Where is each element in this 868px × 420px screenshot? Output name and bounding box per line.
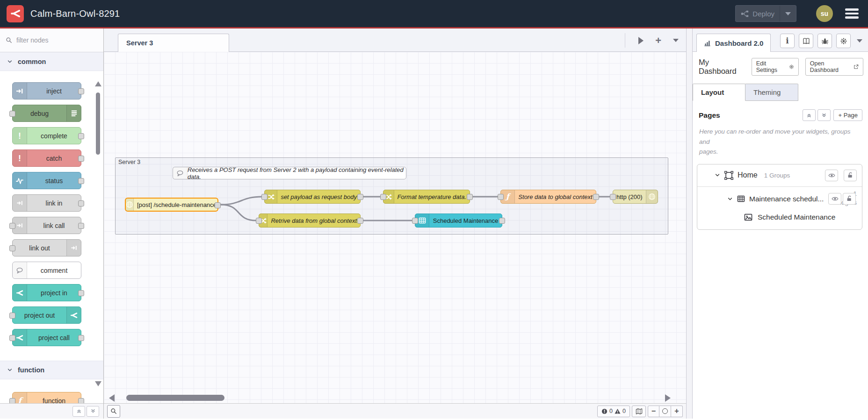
move-down-button[interactable]	[817, 109, 831, 121]
input-port[interactable]	[9, 111, 15, 117]
palette-collapse-all-button[interactable]	[72, 406, 85, 417]
chevron-down-icon[interactable]	[727, 196, 733, 202]
output-port[interactable]	[357, 194, 363, 200]
palette-node-function[interactable]: ƒ function	[12, 392, 81, 403]
sidebar-options-button[interactable]	[857, 39, 862, 43]
input-port[interactable]	[498, 194, 504, 200]
visibility-button[interactable]	[828, 193, 841, 205]
palette-scrollbar-thumb[interactable]	[96, 93, 100, 155]
palette-node-catch[interactable]: ! catch	[12, 149, 81, 167]
input-port[interactable]	[9, 398, 15, 403]
main-menu-button[interactable]	[845, 8, 859, 19]
zoom-reset-button[interactable]	[659, 406, 671, 417]
function-node-store-data[interactable]: ƒ Store data to global context	[500, 190, 596, 204]
palette-scrollbar[interactable]	[95, 81, 101, 386]
input-port[interactable]	[9, 335, 15, 341]
palette-node-inject[interactable]: inject	[12, 82, 81, 100]
input-port[interactable]	[412, 218, 418, 224]
http-in-node[interactable]: [post] /schedule-maintenance	[125, 198, 218, 212]
output-port[interactable]	[78, 398, 84, 403]
avatar[interactable]: su	[816, 5, 833, 22]
change-node-set-payload[interactable]: set payload as request body	[264, 190, 361, 204]
tree-row-page-home[interactable]: Home 1 Groups	[697, 164, 862, 187]
help-button[interactable]	[799, 34, 813, 48]
hscroll-thumb[interactable]	[126, 395, 224, 401]
palette-node-link-in[interactable]: link in	[12, 194, 81, 212]
visibility-button[interactable]	[825, 170, 838, 181]
lock-button[interactable]	[843, 193, 856, 205]
play-icon[interactable]	[638, 37, 644, 44]
flow-tab-server-3[interactable]: Server 3	[118, 34, 229, 52]
canvas-search-button[interactable]	[107, 405, 120, 418]
output-port[interactable]	[499, 218, 505, 224]
change-node-format-temperature[interactable]: Format temperature data.	[383, 190, 470, 204]
comment-node[interactable]: Receives a POST request from Server 2 wi…	[173, 167, 406, 179]
output-port[interactable]	[215, 202, 221, 208]
input-port[interactable]	[9, 245, 15, 251]
palette-node-link-call[interactable]: link call	[12, 217, 81, 234]
deploy-options-button[interactable]	[780, 6, 796, 21]
widget-label: Scheduled Maintenance	[758, 213, 835, 221]
notifications-badge[interactable]: 0 0	[597, 406, 630, 417]
palette-expand-all-button[interactable]	[87, 406, 99, 417]
output-port[interactable]	[357, 218, 363, 224]
hscroll-left-arrow-icon[interactable]	[109, 394, 115, 402]
zoom-in-button[interactable]: +	[671, 406, 683, 417]
tab-dashboard-2[interactable]: Dashboard 2.0	[696, 34, 771, 52]
palette-node-status[interactable]: status	[12, 172, 81, 189]
output-port[interactable]	[78, 178, 84, 184]
navigator-button[interactable]	[632, 406, 646, 417]
add-flow-button[interactable]: +	[655, 36, 661, 46]
palette-node-complete[interactable]: ! complete	[12, 127, 81, 144]
sidebar-toolbar: i	[780, 34, 862, 48]
input-port[interactable]	[610, 194, 616, 200]
deploy-button[interactable]: Deploy	[735, 5, 796, 22]
filter-nodes-input[interactable]	[15, 36, 83, 44]
output-port[interactable]	[78, 156, 84, 162]
output-port[interactable]	[78, 290, 84, 296]
palette-category-function[interactable]: function	[0, 361, 103, 379]
input-port[interactable]	[9, 313, 15, 319]
output-port[interactable]	[78, 335, 84, 341]
workspace-canvas[interactable]: Server 3 Receives a POST request from Se…	[104, 52, 686, 419]
edit-settings-button[interactable]: Edit Settings	[752, 58, 799, 76]
debug-button[interactable]	[817, 34, 832, 48]
chevron-down-icon[interactable]	[715, 172, 720, 178]
output-port[interactable]	[78, 88, 84, 94]
tab-layout[interactable]: Layout	[693, 84, 745, 101]
dashboard-table-node[interactable]: Scheduled Maintenance	[415, 214, 502, 228]
config-button[interactable]	[836, 34, 851, 48]
tree-row-group-maintenance[interactable]: Maintenance schedul... 1 Widgets	[697, 187, 862, 205]
hscroll-right-arrow-icon[interactable]	[665, 394, 671, 402]
palette-node-comment[interactable]: comment	[12, 262, 81, 279]
flow-list-button[interactable]	[673, 39, 679, 42]
palette-node-project-in[interactable]: project in	[12, 284, 81, 301]
palette-node-link-out[interactable]: link out	[12, 239, 81, 256]
input-port[interactable]	[380, 194, 386, 200]
change-node-retrieve-data[interactable]: Retrive data from global context	[259, 214, 361, 228]
output-port[interactable]	[78, 200, 84, 206]
palette-category-common[interactable]: common	[0, 52, 103, 71]
tab-theming[interactable]: Theming	[745, 84, 798, 101]
palette-node-project-out[interactable]: project out	[12, 306, 81, 324]
input-port[interactable]	[9, 223, 15, 229]
input-port[interactable]	[261, 194, 268, 200]
sidebar-splitter[interactable]	[686, 28, 693, 419]
output-port[interactable]	[467, 194, 473, 200]
output-port[interactable]	[593, 194, 599, 200]
input-port[interactable]	[256, 218, 262, 224]
move-up-button[interactable]	[803, 109, 816, 121]
http-response-node[interactable]: http (200)	[613, 190, 658, 204]
add-page-button[interactable]: + Page	[833, 109, 862, 121]
open-dashboard-button[interactable]: Open Dashboard	[805, 58, 863, 76]
output-port[interactable]	[78, 133, 84, 139]
output-port[interactable]	[78, 223, 84, 229]
info-button[interactable]: i	[780, 34, 795, 48]
palette-node-debug[interactable]: debug	[12, 105, 81, 122]
scroll-up-arrow-icon[interactable]	[95, 81, 101, 86]
scroll-down-arrow-icon[interactable]	[95, 381, 101, 386]
tree-row-widget-scheduled-maintenance[interactable]: Scheduled Maintenance	[697, 205, 862, 229]
zoom-out-button[interactable]: −	[648, 406, 659, 417]
lock-button[interactable]	[844, 170, 857, 181]
palette-node-project-call[interactable]: project call	[12, 329, 81, 346]
